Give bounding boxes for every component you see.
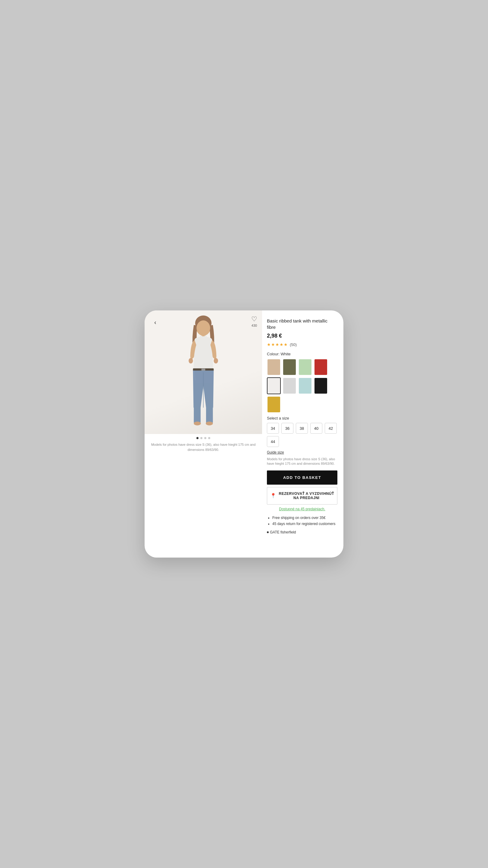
- svg-point-13: [194, 422, 201, 426]
- dot-2[interactable]: [200, 437, 202, 439]
- colour-label: Colour: White: [267, 352, 337, 356]
- svg-point-2: [196, 320, 210, 336]
- review-count: (50): [290, 342, 297, 347]
- svg-rect-11: [194, 407, 201, 423]
- swatch-light-grey[interactable]: [283, 377, 296, 394]
- svg-rect-4: [200, 336, 202, 340]
- swatch-white[interactable]: [267, 377, 281, 394]
- size-44[interactable]: 44: [267, 436, 279, 447]
- image-dots: [144, 437, 262, 439]
- pin-icon: 📍: [270, 493, 276, 498]
- brand-dot-icon: [267, 531, 269, 533]
- brand-badge: GATE fisherfield: [267, 530, 337, 534]
- size-34[interactable]: 34: [267, 423, 279, 434]
- dot-4[interactable]: [208, 437, 210, 439]
- guide-size-link[interactable]: Guide size: [267, 450, 284, 455]
- swatch-olive[interactable]: [283, 359, 296, 375]
- svg-point-7: [214, 358, 218, 364]
- info-item-return: 45 days return for registered customers: [272, 521, 337, 527]
- dot-3[interactable]: [204, 437, 206, 439]
- back-button[interactable]: ‹: [152, 318, 159, 327]
- available-link[interactable]: Dostupné na 45 predajniach.: [267, 507, 337, 511]
- product-image-section: ♡ 430 Models for photos have dress size …: [144, 310, 262, 457]
- rating-row: ★★★★★ (50): [267, 342, 337, 347]
- size-42[interactable]: 42: [325, 423, 337, 434]
- star-rating: ★★★★★: [267, 342, 288, 347]
- image-caption: Models for photos have dress size S (36)…: [144, 440, 262, 457]
- info-list: Free shipping on orders over 35€ 45 days…: [267, 515, 337, 527]
- reserve-button[interactable]: 📍 REZERVOVAŤ A VYZDVIHNÚŤ NA PREDAJNI: [267, 487, 337, 504]
- swatch-black[interactable]: [314, 377, 328, 394]
- product-image-area: ♡ 430: [144, 310, 262, 434]
- dot-1[interactable]: [196, 437, 198, 439]
- size-note: Models for photos have dress size S (36)…: [267, 457, 337, 466]
- wishlist-count: 430: [252, 324, 257, 327]
- svg-point-14: [206, 422, 213, 426]
- swatch-light-blue[interactable]: [298, 377, 312, 394]
- product-layout: ♡ 430 Models for photos have dress size …: [144, 310, 344, 540]
- heart-icon: ♡: [251, 315, 257, 323]
- product-image: [173, 315, 233, 430]
- info-item-shipping: Free shipping on orders over 35€: [272, 515, 337, 521]
- brand-name: GATE fisherfield: [270, 530, 296, 534]
- svg-rect-9: [201, 369, 205, 371]
- product-title: Basic ribbed tank with metallic fibre: [267, 318, 337, 330]
- swatch-red[interactable]: [314, 359, 328, 375]
- colour-swatches: [267, 359, 337, 413]
- svg-rect-12: [206, 407, 213, 423]
- swatch-yellow[interactable]: [267, 396, 281, 413]
- product-price: 2,98 €: [267, 333, 337, 339]
- swatch-beige[interactable]: [267, 359, 281, 375]
- add-to-basket-button[interactable]: ADD TO BASKET: [267, 470, 337, 485]
- device-frame: ‹: [144, 310, 344, 558]
- size-36[interactable]: 36: [281, 423, 293, 434]
- svg-point-6: [189, 358, 193, 364]
- size-label: Select a size: [267, 416, 337, 421]
- size-options: 34 36 38 40 42 44: [267, 423, 337, 447]
- swatch-mint[interactable]: [298, 359, 312, 375]
- product-info-section: Basic ribbed tank with metallic fibre 2,…: [262, 310, 344, 540]
- wishlist-button[interactable]: ♡ 430: [251, 315, 257, 327]
- size-40[interactable]: 40: [310, 423, 322, 434]
- size-38[interactable]: 38: [296, 423, 308, 434]
- svg-rect-5: [204, 336, 207, 340]
